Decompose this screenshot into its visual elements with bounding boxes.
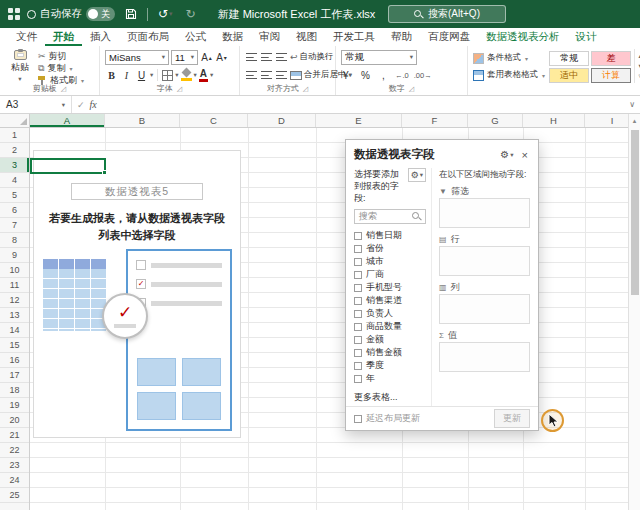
dialog-launcher-icon[interactable]: ◿ (177, 85, 182, 93)
cut-button[interactable]: ✂ 剪切 (38, 51, 84, 62)
column-header[interactable]: H (523, 114, 585, 127)
row-header[interactable]: 22 (0, 443, 29, 458)
align-left-button[interactable] (246, 71, 257, 80)
row-header[interactable]: 24 (0, 473, 29, 488)
field-checkbox-item[interactable]: 厂商 (354, 268, 426, 281)
field-checkbox-item[interactable]: 商品数量 (354, 320, 426, 333)
column-header[interactable]: B (105, 114, 180, 127)
field-checkbox-item[interactable]: 销售日期 (354, 229, 426, 242)
row-header[interactable]: 7 (0, 218, 29, 233)
field-checkbox-item[interactable]: 城市 (354, 255, 426, 268)
font-size-select[interactable]: 11 ▾ (171, 50, 198, 65)
italic-button[interactable]: I (120, 68, 133, 83)
area-dropzone[interactable] (439, 198, 530, 228)
row-header[interactable]: 19 (0, 398, 29, 413)
more-tables-link[interactable]: 更多表格... (354, 391, 426, 404)
row-header[interactable]: 14 (0, 323, 29, 338)
area-dropzone[interactable] (439, 246, 530, 276)
middle-align-button[interactable] (261, 53, 272, 62)
field-checkbox-item[interactable]: 销售渠道 (354, 294, 426, 307)
align-center-button[interactable] (261, 71, 272, 80)
row-header[interactable]: 9 (0, 248, 29, 263)
tab-file[interactable]: 文件 (8, 28, 45, 46)
row-header[interactable]: 1 (0, 128, 29, 143)
row-header[interactable]: 23 (0, 458, 29, 473)
column-header[interactable]: D (248, 114, 316, 127)
selected-cell[interactable] (30, 158, 106, 174)
excel-app-icon[interactable] (8, 8, 20, 20)
chevron-down-icon[interactable]: ▾ (150, 71, 153, 79)
field-checkbox-item[interactable]: 季度 (354, 359, 426, 372)
underline-button[interactable]: U (135, 68, 148, 83)
row-header[interactable]: 25 (0, 488, 29, 503)
wrap-text-button[interactable]: ↩ 自动换行 (290, 51, 334, 63)
area-dropzone[interactable] (439, 294, 530, 324)
borders-button[interactable] (162, 70, 173, 81)
vertical-scrollbar[interactable]: ▴ (628, 114, 640, 510)
tab-pivottable-analyze[interactable]: 数据透视表分析 (478, 28, 568, 46)
field-checkbox-item[interactable]: 负责人 (354, 307, 426, 320)
enter-check-icon[interactable]: ✓ (77, 100, 85, 110)
row-header[interactable]: 3 (0, 158, 29, 173)
copy-button[interactable]: ⧉ 复制 ▾ (38, 63, 84, 74)
cell-style-calculation[interactable]: 计算 (591, 68, 631, 83)
field-checkbox-item[interactable]: 销售金额 (354, 346, 426, 359)
expand-formula-bar-icon[interactable]: ∨ (624, 100, 640, 109)
paste-button[interactable]: 粘贴 ▾ (5, 49, 35, 83)
format-as-table-button[interactable]: 套用表格格式 ▾ (473, 68, 545, 82)
column-header[interactable]: G (468, 114, 523, 127)
cell-style-neutral[interactable]: 适中 (549, 68, 589, 83)
column-header[interactable]: E (316, 114, 402, 127)
defer-layout-checkbox[interactable]: 延迟布局更新 (354, 412, 488, 425)
increase-decimal-button[interactable]: ←.0 (395, 68, 409, 83)
row-header[interactable]: 18 (0, 383, 29, 398)
field-checkbox-item[interactable]: 手机型号 (354, 281, 426, 294)
tab-help[interactable]: 帮助 (383, 28, 420, 46)
chevron-down-icon[interactable]: ▾ (175, 71, 178, 79)
row-header[interactable]: 8 (0, 233, 29, 248)
tab-design[interactable]: 设计 (568, 28, 605, 46)
save-button[interactable] (122, 3, 140, 25)
decrease-decimal-button[interactable]: .00→ (414, 68, 432, 83)
tab-developer[interactable]: 开发工具 (325, 28, 383, 46)
align-right-button[interactable] (276, 71, 287, 80)
row-header[interactable]: 11 (0, 278, 29, 293)
panel-options-button[interactable]: ⚙ ▾ (500, 149, 513, 160)
row-header[interactable]: 6 (0, 203, 29, 218)
bottom-align-button[interactable] (276, 53, 287, 62)
field-search-box[interactable]: 搜索 (354, 209, 426, 224)
row-header[interactable]: 20 (0, 413, 29, 428)
field-checkbox-item[interactable]: 金额 (354, 333, 426, 346)
chevron-down-icon[interactable]: ▾ (194, 71, 197, 79)
number-format-select[interactable]: 常规 ▾ (341, 50, 417, 65)
search-box[interactable]: 搜索(Alt+Q) (388, 5, 506, 23)
row-header[interactable]: 13 (0, 308, 29, 323)
fill-color-button[interactable] (181, 69, 192, 81)
row-header[interactable]: 2 (0, 143, 29, 158)
percent-style-button[interactable]: % (359, 68, 372, 83)
name-box[interactable]: A3 ▾ (0, 96, 72, 113)
tab-data[interactable]: 数据 (214, 28, 251, 46)
field-checkbox-item[interactable]: 年 (354, 372, 426, 385)
select-all-button[interactable] (0, 114, 30, 127)
tab-page-layout[interactable]: 页面布局 (119, 28, 177, 46)
comma-style-button[interactable]: , (377, 68, 390, 83)
tab-formulas[interactable]: 公式 (177, 28, 214, 46)
cell-style-normal[interactable]: 常规 (549, 51, 589, 66)
increase-font-size-button[interactable]: A▴ (200, 50, 213, 65)
dialog-launcher-icon[interactable]: ◿ (303, 85, 308, 93)
tab-review[interactable]: 审阅 (251, 28, 288, 46)
update-button[interactable]: 更新 (494, 409, 530, 428)
area-dropzone[interactable] (439, 342, 530, 372)
dialog-launcher-icon[interactable]: ◿ (61, 85, 66, 93)
decrease-font-size-button[interactable]: A▾ (215, 50, 228, 65)
tab-home[interactable]: 开始 (45, 28, 82, 46)
close-icon[interactable]: × (520, 149, 530, 161)
undo-button[interactable]: ↺ ▾ (155, 3, 176, 25)
row-header[interactable]: 15 (0, 338, 29, 353)
tools-button[interactable]: ⚙ ▾ (408, 168, 426, 182)
column-header[interactable]: F (402, 114, 468, 127)
bold-button[interactable]: B (105, 68, 118, 83)
column-header[interactable]: C (180, 114, 248, 127)
font-color-button[interactable]: A (199, 69, 208, 82)
